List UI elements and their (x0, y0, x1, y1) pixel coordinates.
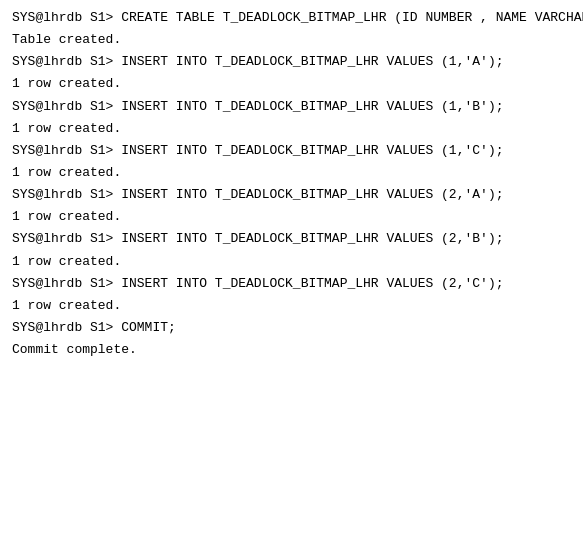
terminal-command-line: SYS@lhrdb S1> CREATE TABLE T_DEADLOCK_BI… (12, 8, 571, 28)
terminal-output-line: 1 row created. (12, 296, 571, 316)
terminal-command-line: SYS@lhrdb S1> COMMIT; (12, 318, 571, 338)
terminal-output-line: 1 row created. (12, 163, 571, 183)
terminal-output: SYS@lhrdb S1> CREATE TABLE T_DEADLOCK_BI… (12, 8, 571, 360)
terminal-output-line: Commit complete. (12, 340, 571, 360)
terminal-output-line: Table created. (12, 30, 571, 50)
terminal-command-line: SYS@lhrdb S1> INSERT INTO T_DEADLOCK_BIT… (12, 185, 571, 205)
terminal-output-line: 1 row created. (12, 74, 571, 94)
terminal-command-line: SYS@lhrdb S1> INSERT INTO T_DEADLOCK_BIT… (12, 52, 571, 72)
terminal-command-line: SYS@lhrdb S1> INSERT INTO T_DEADLOCK_BIT… (12, 141, 571, 161)
terminal-command-line: SYS@lhrdb S1> INSERT INTO T_DEADLOCK_BIT… (12, 274, 571, 294)
terminal-output-line: 1 row created. (12, 119, 571, 139)
terminal-command-line: SYS@lhrdb S1> INSERT INTO T_DEADLOCK_BIT… (12, 97, 571, 117)
terminal-output-line: 1 row created. (12, 207, 571, 227)
terminal-command-line: SYS@lhrdb S1> INSERT INTO T_DEADLOCK_BIT… (12, 229, 571, 249)
terminal-output-line: 1 row created. (12, 252, 571, 272)
